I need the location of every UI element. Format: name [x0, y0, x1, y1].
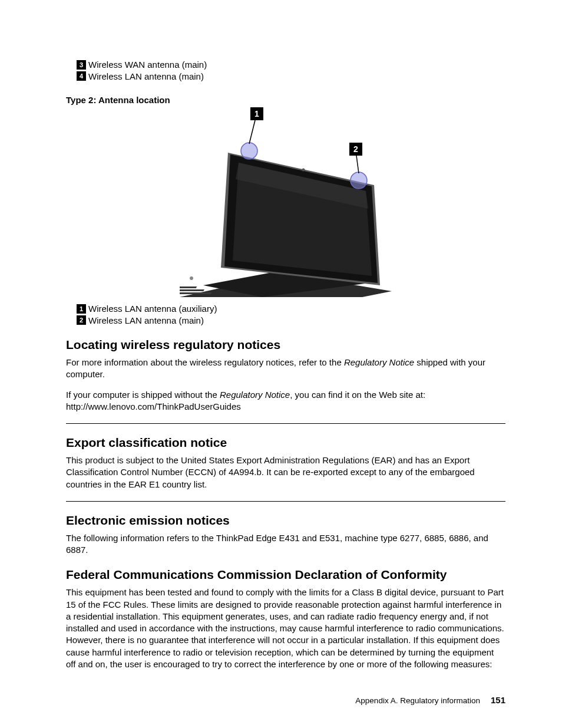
legend-text: Wireless LAN antenna (main): [88, 71, 204, 83]
svg-point-10: [241, 143, 257, 159]
antenna-location-figure: 1 2: [180, 108, 392, 297]
heading-fcc: Federal Communications Commission Declar…: [66, 568, 505, 582]
type2-heading: Type 2: Antenna location: [66, 95, 505, 105]
svg-point-11: [351, 172, 367, 189]
paragraph: For more information about the wireless …: [66, 357, 505, 381]
paragraph: This product is subject to the United St…: [66, 454, 505, 490]
page-footer: Appendix A. Regulatory information 151: [66, 695, 505, 705]
svg-line-13: [356, 156, 359, 173]
callout-number-icon: 4: [77, 71, 86, 81]
section-divider: [66, 423, 505, 424]
callout-1: 1: [250, 107, 263, 120]
svg-point-14: [190, 276, 193, 280]
section-divider: [66, 501, 505, 502]
callout-number-icon: 1: [250, 107, 263, 120]
text-italic: Regulatory Notice: [220, 390, 290, 400]
paragraph: The following information refers to the …: [66, 532, 505, 556]
heading-emission: Electronic emission notices: [66, 513, 505, 528]
legend-top: 3 Wireless WAN antenna (main) 4 Wireless…: [66, 59, 505, 82]
text-italic: Regulatory Notice: [344, 357, 414, 367]
svg-rect-4: [180, 292, 212, 294]
legend-bottom: 1 Wireless LAN antenna (auxiliary) 2 Wir…: [66, 303, 505, 326]
legend-text: Wireless WAN antenna (main): [88, 59, 207, 71]
paragraph: If your computer is shipped without the …: [66, 389, 505, 413]
heading-locating: Locating wireless regulatory notices: [66, 338, 505, 352]
heading-export: Export classification notice: [66, 436, 505, 450]
text-run: If your computer is shipped without the: [66, 390, 220, 400]
svg-point-9: [302, 169, 305, 172]
legend-text: Wireless LAN antenna (auxiliary): [88, 303, 217, 315]
callout-number-icon: 2: [77, 315, 86, 325]
callout-number-icon: 2: [349, 143, 362, 156]
legend-item: 4 Wireless LAN antenna (main): [77, 71, 505, 83]
legend-text: Wireless LAN antenna (main): [88, 315, 204, 327]
callout-number-icon: 3: [77, 60, 86, 70]
text-run: For more information about the wireless …: [66, 357, 344, 367]
page-number: 151: [491, 695, 505, 705]
svg-rect-3: [180, 289, 204, 291]
legend-item: 3 Wireless WAN antenna (main): [77, 59, 505, 71]
svg-rect-2: [180, 286, 197, 288]
callout-number-icon: 1: [77, 304, 86, 314]
legend-item: 1 Wireless LAN antenna (auxiliary): [77, 303, 505, 315]
figure-container: 1 2: [66, 108, 505, 297]
paragraph: This equipment has been tested and found…: [66, 587, 505, 670]
document-page: 3 Wireless WAN antenna (main) 4 Wireless…: [0, 0, 562, 728]
callout-2: 2: [349, 143, 362, 156]
legend-item: 2 Wireless LAN antenna (main): [77, 315, 505, 327]
footer-section-label: Appendix A. Regulatory information: [355, 696, 480, 705]
svg-line-12: [249, 120, 255, 144]
